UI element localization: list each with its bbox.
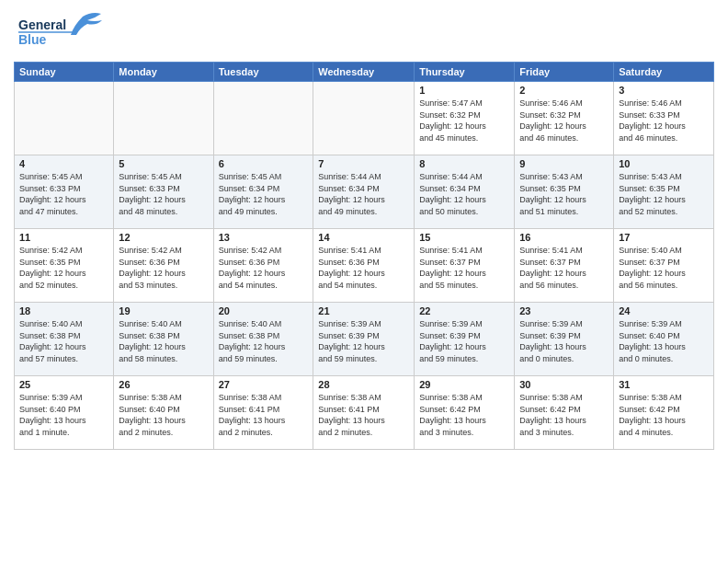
calendar-cell: 19Sunrise: 5:40 AM Sunset: 6:38 PM Dayli…: [114, 303, 213, 376]
calendar-week-row: 11Sunrise: 5:42 AM Sunset: 6:35 PM Dayli…: [15, 229, 714, 303]
day-info: Sunrise: 5:41 AM Sunset: 6:37 PM Dayligh…: [519, 245, 609, 291]
weekday-header-row: SundayMondayTuesdayWednesdayThursdayFrid…: [15, 63, 714, 82]
day-number: 30: [519, 379, 609, 390]
day-info: Sunrise: 5:39 AM Sunset: 6:39 PM Dayligh…: [318, 318, 409, 364]
day-number: 31: [619, 379, 709, 390]
day-info: Sunrise: 5:39 AM Sunset: 6:40 PM Dayligh…: [19, 392, 108, 438]
calendar-cell: 4Sunrise: 5:45 AM Sunset: 6:33 PM Daylig…: [15, 155, 114, 229]
calendar-cell: 9Sunrise: 5:43 AM Sunset: 6:35 PM Daylig…: [515, 155, 614, 229]
day-number: 18: [19, 305, 108, 316]
day-number: 8: [419, 158, 509, 169]
calendar-cell: 26Sunrise: 5:38 AM Sunset: 6:40 PM Dayli…: [114, 376, 213, 450]
calendar-cell: [213, 82, 313, 155]
day-number: 27: [219, 379, 309, 390]
calendar-cell: 12Sunrise: 5:42 AM Sunset: 6:36 PM Dayli…: [114, 229, 213, 303]
calendar-cell: 16Sunrise: 5:41 AM Sunset: 6:37 PM Dayli…: [515, 229, 614, 303]
day-info: Sunrise: 5:42 AM Sunset: 6:36 PM Dayligh…: [119, 245, 208, 291]
day-info: Sunrise: 5:46 AM Sunset: 6:33 PM Dayligh…: [619, 98, 709, 144]
day-number: 22: [419, 305, 509, 316]
calendar-cell: 2Sunrise: 5:46 AM Sunset: 6:32 PM Daylig…: [515, 82, 614, 155]
day-number: 9: [519, 158, 609, 169]
weekday-header: Saturday: [614, 63, 714, 82]
svg-text:Blue: Blue: [18, 32, 47, 47]
day-info: Sunrise: 5:41 AM Sunset: 6:36 PM Dayligh…: [318, 245, 409, 291]
weekday-header: Tuesday: [213, 63, 313, 82]
weekday-header: Monday: [114, 63, 213, 82]
day-number: 4: [19, 158, 108, 169]
calendar-cell: 27Sunrise: 5:38 AM Sunset: 6:41 PM Dayli…: [213, 376, 313, 450]
calendar-week-row: 18Sunrise: 5:40 AM Sunset: 6:38 PM Dayli…: [15, 303, 714, 376]
day-info: Sunrise: 5:45 AM Sunset: 6:33 PM Dayligh…: [19, 171, 108, 217]
day-number: 7: [318, 158, 409, 169]
calendar-page: General Blue SundayMondayTuesdayWednesda…: [0, 0, 728, 563]
day-info: Sunrise: 5:44 AM Sunset: 6:34 PM Dayligh…: [318, 171, 409, 217]
day-info: Sunrise: 5:43 AM Sunset: 6:35 PM Dayligh…: [619, 171, 709, 217]
day-info: Sunrise: 5:38 AM Sunset: 6:41 PM Dayligh…: [318, 392, 409, 438]
day-number: 21: [318, 305, 409, 316]
calendar-cell: 8Sunrise: 5:44 AM Sunset: 6:34 PM Daylig…: [415, 155, 515, 229]
day-number: 16: [519, 232, 609, 243]
page-header: General Blue: [14, 9, 714, 54]
day-info: Sunrise: 5:42 AM Sunset: 6:36 PM Dayligh…: [219, 245, 309, 291]
day-info: Sunrise: 5:44 AM Sunset: 6:34 PM Dayligh…: [419, 171, 509, 217]
calendar-cell: 21Sunrise: 5:39 AM Sunset: 6:39 PM Dayli…: [313, 303, 415, 376]
calendar-cell: 11Sunrise: 5:42 AM Sunset: 6:35 PM Dayli…: [15, 229, 114, 303]
day-number: 13: [219, 232, 309, 243]
calendar-cell: 14Sunrise: 5:41 AM Sunset: 6:36 PM Dayli…: [313, 229, 415, 303]
calendar-cell: 5Sunrise: 5:45 AM Sunset: 6:33 PM Daylig…: [114, 155, 213, 229]
day-info: Sunrise: 5:43 AM Sunset: 6:35 PM Dayligh…: [519, 171, 609, 217]
day-number: 19: [119, 305, 208, 316]
day-number: 28: [318, 379, 409, 390]
day-number: 5: [119, 158, 208, 169]
calendar-cell: 13Sunrise: 5:42 AM Sunset: 6:36 PM Dayli…: [213, 229, 313, 303]
calendar-week-row: 25Sunrise: 5:39 AM Sunset: 6:40 PM Dayli…: [15, 376, 714, 450]
calendar-cell: 3Sunrise: 5:46 AM Sunset: 6:33 PM Daylig…: [614, 82, 714, 155]
day-number: 11: [19, 232, 108, 243]
calendar-cell: 10Sunrise: 5:43 AM Sunset: 6:35 PM Dayli…: [614, 155, 714, 229]
calendar-cell: 6Sunrise: 5:45 AM Sunset: 6:34 PM Daylig…: [213, 155, 313, 229]
calendar-cell: [313, 82, 415, 155]
day-number: 24: [619, 305, 709, 316]
calendar-cell: 18Sunrise: 5:40 AM Sunset: 6:38 PM Dayli…: [15, 303, 114, 376]
logo-content: General Blue: [14, 9, 115, 54]
day-info: Sunrise: 5:40 AM Sunset: 6:38 PM Dayligh…: [119, 318, 208, 364]
day-number: 23: [519, 305, 609, 316]
day-info: Sunrise: 5:40 AM Sunset: 6:38 PM Dayligh…: [219, 318, 309, 364]
day-info: Sunrise: 5:45 AM Sunset: 6:34 PM Dayligh…: [219, 171, 309, 217]
calendar-cell: 23Sunrise: 5:39 AM Sunset: 6:39 PM Dayli…: [515, 303, 614, 376]
weekday-header: Friday: [515, 63, 614, 82]
day-number: 12: [119, 232, 208, 243]
calendar-cell: 31Sunrise: 5:38 AM Sunset: 6:42 PM Dayli…: [614, 376, 714, 450]
calendar-cell: [15, 82, 114, 155]
day-info: Sunrise: 5:38 AM Sunset: 6:42 PM Dayligh…: [619, 392, 709, 438]
day-number: 3: [619, 85, 709, 96]
calendar-cell: [114, 82, 213, 155]
weekday-header: Thursday: [415, 63, 515, 82]
day-number: 29: [419, 379, 509, 390]
calendar-week-row: 4Sunrise: 5:45 AM Sunset: 6:33 PM Daylig…: [15, 155, 714, 229]
day-info: Sunrise: 5:40 AM Sunset: 6:38 PM Dayligh…: [19, 318, 108, 364]
calendar-cell: 28Sunrise: 5:38 AM Sunset: 6:41 PM Dayli…: [313, 376, 415, 450]
calendar-cell: 30Sunrise: 5:38 AM Sunset: 6:42 PM Dayli…: [515, 376, 614, 450]
calendar-cell: 17Sunrise: 5:40 AM Sunset: 6:37 PM Dayli…: [614, 229, 714, 303]
day-info: Sunrise: 5:46 AM Sunset: 6:32 PM Dayligh…: [519, 98, 609, 144]
weekday-header: Wednesday: [313, 63, 415, 82]
day-number: 14: [318, 232, 409, 243]
svg-text:General: General: [18, 17, 66, 32]
day-info: Sunrise: 5:38 AM Sunset: 6:42 PM Dayligh…: [519, 392, 609, 438]
day-number: 20: [219, 305, 309, 316]
day-number: 1: [419, 85, 509, 96]
day-info: Sunrise: 5:41 AM Sunset: 6:37 PM Dayligh…: [419, 245, 509, 291]
day-info: Sunrise: 5:40 AM Sunset: 6:37 PM Dayligh…: [619, 245, 709, 291]
day-info: Sunrise: 5:38 AM Sunset: 6:42 PM Dayligh…: [419, 392, 509, 438]
day-number: 25: [19, 379, 108, 390]
calendar-cell: 29Sunrise: 5:38 AM Sunset: 6:42 PM Dayli…: [415, 376, 515, 450]
day-info: Sunrise: 5:47 AM Sunset: 6:32 PM Dayligh…: [419, 98, 509, 144]
day-info: Sunrise: 5:42 AM Sunset: 6:35 PM Dayligh…: [19, 245, 108, 291]
day-info: Sunrise: 5:39 AM Sunset: 6:39 PM Dayligh…: [419, 318, 509, 364]
day-info: Sunrise: 5:38 AM Sunset: 6:40 PM Dayligh…: [119, 392, 208, 438]
calendar-week-row: 1Sunrise: 5:47 AM Sunset: 6:32 PM Daylig…: [15, 82, 714, 155]
calendar-cell: 25Sunrise: 5:39 AM Sunset: 6:40 PM Dayli…: [15, 376, 114, 450]
calendar-cell: 15Sunrise: 5:41 AM Sunset: 6:37 PM Dayli…: [415, 229, 515, 303]
day-number: 2: [519, 85, 609, 96]
